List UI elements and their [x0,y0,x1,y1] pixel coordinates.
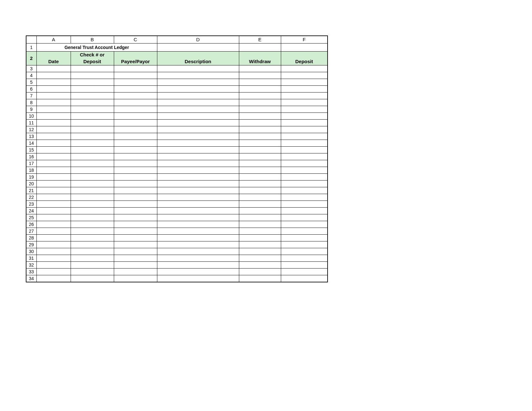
cell[interactable] [239,248,281,255]
cell[interactable] [114,86,157,93]
cell[interactable] [281,194,328,201]
cell[interactable] [36,79,71,86]
cell[interactable] [239,120,281,126]
header-check[interactable]: Deposit [71,58,114,65]
cell[interactable] [281,187,328,194]
cell[interactable] [157,44,239,52]
cell[interactable] [281,153,328,160]
corner-cell[interactable] [26,36,36,44]
cell[interactable] [71,228,114,235]
cell[interactable] [239,93,281,99]
cell[interactable] [36,133,71,140]
cell[interactable] [281,99,328,106]
cell[interactable] [36,221,71,228]
cell[interactable] [239,133,281,140]
cell[interactable] [71,93,114,99]
row-number[interactable]: 20 [26,181,36,187]
cell[interactable] [239,255,281,262]
cell[interactable] [114,153,157,160]
cell[interactable] [157,167,239,174]
cell[interactable] [71,174,114,181]
cell[interactable] [157,153,239,160]
cell[interactable] [71,65,114,72]
cell[interactable] [114,133,157,140]
cell[interactable] [157,228,239,235]
cell[interactable] [71,106,114,113]
cell[interactable] [281,113,328,120]
header-description[interactable]: Description [157,58,239,65]
row-number[interactable]: 13 [26,133,36,140]
cell[interactable] [281,44,328,52]
row-number[interactable]: 6 [26,86,36,93]
cell[interactable] [239,275,281,282]
cell[interactable] [281,181,328,187]
cell[interactable] [281,221,328,228]
cell[interactable] [71,79,114,86]
row-number[interactable]: 8 [26,99,36,106]
cell[interactable] [239,65,281,72]
cell[interactable] [114,120,157,126]
cell[interactable] [239,201,281,208]
cell[interactable] [157,140,239,147]
cell[interactable] [36,106,71,113]
cell[interactable] [281,93,328,99]
cell[interactable] [114,113,157,120]
header-payee-top[interactable] [114,52,157,58]
row-number[interactable]: 14 [26,140,36,147]
cell[interactable] [36,140,71,147]
cell[interactable] [157,262,239,269]
cell[interactable] [36,153,71,160]
cell[interactable] [114,228,157,235]
cell[interactable] [36,120,71,126]
row-number[interactable]: 15 [26,147,36,153]
cell[interactable] [239,181,281,187]
cell[interactable] [71,248,114,255]
cell[interactable] [114,167,157,174]
cell[interactable] [114,181,157,187]
cell[interactable] [36,255,71,262]
cell[interactable] [36,214,71,221]
header-date-top[interactable] [36,52,71,58]
cell[interactable] [281,126,328,133]
cell[interactable] [239,99,281,106]
row-number[interactable]: 22 [26,194,36,201]
cell[interactable] [281,262,328,269]
cell[interactable] [239,214,281,221]
cell[interactable] [36,167,71,174]
cell[interactable] [114,241,157,248]
cell[interactable] [157,235,239,241]
cell[interactable] [157,241,239,248]
cell[interactable] [71,147,114,153]
cell[interactable] [157,201,239,208]
col-header-A[interactable]: A [36,36,71,44]
cell[interactable] [114,255,157,262]
cell[interactable] [114,72,157,79]
cell[interactable] [71,133,114,140]
row-number[interactable]: 7 [26,93,36,99]
row-number[interactable]: 19 [26,174,36,181]
cell[interactable] [281,201,328,208]
cell[interactable] [157,221,239,228]
cell[interactable] [157,160,239,167]
cell[interactable] [36,235,71,241]
cell[interactable] [36,126,71,133]
cell[interactable] [114,187,157,194]
row-number[interactable]: 33 [26,269,36,275]
header-withdraw[interactable]: Withdraw [239,58,281,65]
cell[interactable] [114,208,157,214]
cell[interactable] [157,126,239,133]
header-payee[interactable]: Payee/Payor [114,58,157,65]
cell[interactable] [281,72,328,79]
cell[interactable] [239,126,281,133]
row-number[interactable]: 29 [26,241,36,248]
cell[interactable] [157,113,239,120]
cell[interactable] [239,187,281,194]
cell[interactable] [239,208,281,214]
cell[interactable] [36,174,71,181]
row-number[interactable]: 2 [26,52,36,65]
col-header-B[interactable]: B [71,36,114,44]
cell[interactable] [71,235,114,241]
cell[interactable] [157,214,239,221]
cell[interactable] [71,208,114,214]
cell[interactable] [239,140,281,147]
